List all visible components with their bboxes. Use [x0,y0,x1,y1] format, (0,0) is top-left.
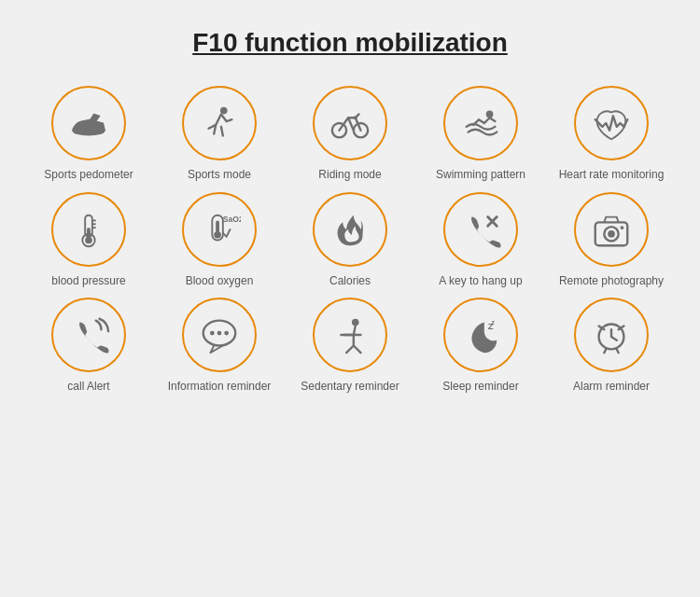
riding-mode-icon-circle [313,86,387,160]
svg-line-33 [611,337,617,340]
svg-line-36 [604,350,606,354]
alarm-reminder-label: Alarm reminder [573,380,650,395]
remote-photography-icon-circle [574,192,649,267]
feature-blood-pressure: blood pressure [28,192,149,289]
sports-pedometer-label: Sports pedometer [44,168,133,183]
feature-swimming-pattern: Swimming pattern [420,86,541,183]
sports-mode-label: Sports mode [188,168,251,183]
svg-point-21 [608,230,615,238]
feature-sedentary-reminder: Sedentary reminder [289,298,411,395]
svg-point-22 [621,226,624,229]
remote-photography-label: Remote photography [559,274,664,289]
feature-heart-rate-monitoring: Heart rate monitoring [551,86,672,183]
feature-alarm-reminder: Alarm reminder [551,298,672,395]
sedentary-reminder-icon-circle [313,298,387,372]
features-grid: Sports pedometerSports modeRiding modeSw… [28,86,672,395]
svg-line-37 [617,350,619,354]
information-reminder-icon-circle [182,298,257,372]
feature-call-alert: call Alert [28,298,149,395]
blood-pressure-icon-circle [51,192,126,267]
svg-point-4 [354,116,357,119]
call-alert-icon-circle [51,298,126,372]
sleep-reminder-icon-circle: Zz [443,298,518,372]
svg-point-25 [217,331,222,336]
svg-rect-15 [216,220,219,236]
calories-icon-circle [313,192,387,267]
feature-blood-oxygen: SaO2Blood oxygen [159,192,280,289]
feature-sports-pedometer: Sports pedometer [28,86,149,183]
sleep-reminder-label: Sleep reminder [442,380,518,395]
svg-point-26 [224,331,229,336]
heart-rate-monitoring-icon-circle [574,86,649,160]
swimming-pattern-label: Swimming pattern [436,168,525,183]
alarm-reminder-icon-circle [574,298,649,372]
sports-pedometer-icon-circle [51,86,126,160]
feature-calories: Calories [289,192,411,289]
feature-sports-mode: Sports mode [159,86,280,183]
swimming-pattern-icon-circle [443,86,518,160]
blood-pressure-label: blood pressure [51,274,125,289]
svg-text:z: z [492,320,496,326]
feature-information-reminder: Information reminder [159,298,280,395]
svg-text:SaO2: SaO2 [223,215,241,224]
blood-oxygen-icon-circle: SaO2 [182,192,257,267]
feature-riding-mode: Riding mode [289,86,411,183]
hang-up-icon-circle [443,192,518,267]
feature-remote-photography: Remote photography [551,192,672,289]
svg-point-24 [210,331,215,336]
svg-point-9 [85,236,92,243]
feature-hang-up: A key to hang up [420,192,541,289]
sedentary-reminder-label: Sedentary reminder [301,380,399,395]
riding-mode-label: Riding mode [318,168,381,183]
sports-mode-icon-circle [182,86,257,160]
information-reminder-label: Information reminder [168,380,272,395]
feature-sleep-reminder: ZzSleep reminder [420,298,541,395]
call-alert-label: call Alert [67,380,109,395]
blood-oxygen-label: Blood oxygen [186,274,254,289]
svg-point-0 [73,127,105,136]
heart-rate-monitoring-label: Heart rate monitoring [559,168,665,183]
hang-up-label: A key to hang up [439,274,522,289]
calories-label: Calories [329,274,371,289]
page-title: F10 function mobilization [192,28,508,58]
